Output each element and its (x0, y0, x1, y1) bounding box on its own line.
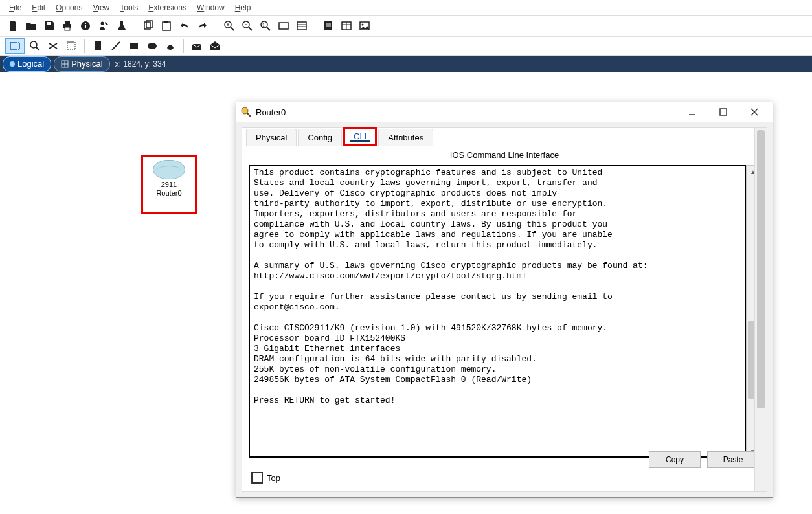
separator (183, 39, 184, 53)
info-icon[interactable] (78, 18, 93, 34)
svg-rect-23 (297, 22, 306, 30)
separator (135, 19, 135, 33)
select-tool-icon[interactable] (5, 38, 25, 54)
top-checkbox[interactable] (251, 472, 263, 484)
dialog-body: Physical Config CLI Attributes IOS Comma… (242, 127, 767, 492)
menu-view[interactable]: View (89, 2, 113, 14)
menu-window[interactable]: Window (193, 2, 229, 14)
draw-ellipse-icon[interactable] (144, 38, 160, 54)
svg-line-13 (231, 27, 234, 30)
secondary-toolbar (0, 37, 812, 56)
physical-tab-label: Physical (71, 59, 102, 69)
copy-icon[interactable] (141, 18, 156, 34)
save-icon[interactable] (41, 18, 57, 34)
svg-point-7 (101, 22, 104, 25)
redo-icon[interactable] (195, 18, 210, 34)
menu-options[interactable]: Options (52, 2, 86, 14)
complex-pdu-icon[interactable] (207, 38, 223, 54)
simple-pdu-icon[interactable] (189, 38, 205, 54)
svg-rect-2 (65, 21, 70, 24)
svg-rect-38 (95, 41, 101, 50)
tab-config[interactable]: Config (298, 129, 342, 146)
svg-line-47 (247, 113, 251, 117)
svg-rect-3 (65, 27, 70, 30)
separator (84, 39, 85, 53)
draw-rect-icon[interactable] (126, 38, 142, 54)
router0-dialog: Router0 Physical Config CLI Attributes I… (236, 102, 773, 498)
svg-rect-22 (279, 23, 288, 29)
menu-tools[interactable]: Tools (116, 2, 142, 14)
dialog-scroll-thumb[interactable] (757, 130, 765, 408)
svg-point-33 (362, 24, 364, 26)
svg-rect-11 (164, 21, 168, 23)
physical-tab[interactable]: Physical (54, 56, 109, 72)
svg-line-20 (267, 27, 270, 30)
maximize-button[interactable] (709, 103, 738, 121)
dialog-title: Router0 (256, 107, 286, 117)
top-checkbox-label: Top (267, 473, 280, 483)
activity-wizard-icon[interactable] (96, 18, 111, 34)
paste-button[interactable]: Paste (707, 451, 759, 468)
svg-rect-0 (47, 22, 51, 25)
top-checkbox-row[interactable]: Top (251, 472, 280, 484)
draw-line-icon[interactable] (108, 38, 124, 54)
svg-line-17 (249, 27, 252, 30)
cli-terminal[interactable]: This product contains cryptographic feat… (249, 165, 746, 458)
svg-text:1: 1 (262, 23, 265, 27)
table-icon[interactable] (339, 18, 354, 34)
tab-attributes[interactable]: Attributes (378, 129, 433, 146)
tab-physical[interactable]: Physical (246, 129, 297, 146)
router-icon (153, 160, 185, 179)
logical-dot-icon (10, 61, 15, 67)
physical-grid-icon (61, 60, 69, 68)
panel-list-icon[interactable] (294, 18, 310, 34)
device-name-label: Router0 (143, 189, 195, 197)
flask-icon[interactable] (114, 18, 130, 34)
inspect-icon[interactable] (27, 38, 43, 54)
zoom-reset-icon[interactable]: 1 (258, 18, 273, 34)
tab-cli-highlight: CLI (343, 127, 377, 146)
delete-icon[interactable] (45, 38, 61, 54)
device-router0[interactable]: 2911 Router0 (141, 155, 197, 214)
paste-icon[interactable] (159, 18, 174, 34)
minimize-button[interactable] (678, 103, 706, 121)
separator (315, 19, 315, 33)
magnifier-router-icon (240, 106, 252, 118)
new-file-icon[interactable] (5, 18, 21, 34)
cli-underline (350, 140, 370, 142)
logical-tab[interactable]: Logical (3, 56, 51, 72)
print-icon[interactable] (60, 18, 75, 34)
undo-icon[interactable] (177, 18, 192, 34)
draw-freeform-icon[interactable] (163, 38, 178, 54)
image-icon[interactable] (357, 18, 372, 34)
menu-file[interactable]: File (5, 2, 25, 14)
svg-rect-10 (163, 22, 170, 30)
svg-rect-49 (720, 109, 727, 115)
workspace-canvas[interactable]: 2911 Router0 WinITExam.com Router0 Physi… (0, 72, 812, 514)
open-folder-icon[interactable] (23, 18, 39, 34)
menu-help[interactable]: Help (231, 2, 255, 14)
close-button[interactable] (740, 103, 769, 121)
svg-line-36 (36, 47, 39, 50)
dialog-titlebar[interactable]: Router0 (236, 102, 773, 122)
logical-tab-label: Logical (17, 59, 44, 69)
device-model-label: 2911 (143, 181, 195, 189)
menu-bar: File Edit Options View Tools Extensions … (0, 0, 812, 16)
menu-edit[interactable]: Edit (28, 2, 49, 14)
dialog-tabs: Physical Config CLI Attributes (242, 128, 767, 146)
svg-rect-6 (85, 23, 86, 24)
zoom-in-icon[interactable] (221, 18, 237, 34)
main-toolbar: 1 (0, 16, 812, 37)
svg-rect-34 (10, 43, 19, 49)
place-note-icon[interactable] (90, 38, 106, 54)
cli-heading: IOS Command Line Interface (242, 150, 767, 160)
svg-point-41 (148, 43, 157, 49)
fullscreen-icon[interactable] (276, 18, 291, 34)
menu-extensions[interactable]: Extensions (144, 2, 190, 14)
zoom-out-icon[interactable] (240, 18, 255, 34)
workspace-bar: Logical Physical x: 1824, y: 334 (0, 56, 812, 72)
note-icon[interactable] (321, 18, 336, 34)
copy-button[interactable]: Copy (649, 451, 701, 468)
resize-icon[interactable] (63, 38, 79, 54)
dialog-scrollbar[interactable] (754, 128, 767, 491)
